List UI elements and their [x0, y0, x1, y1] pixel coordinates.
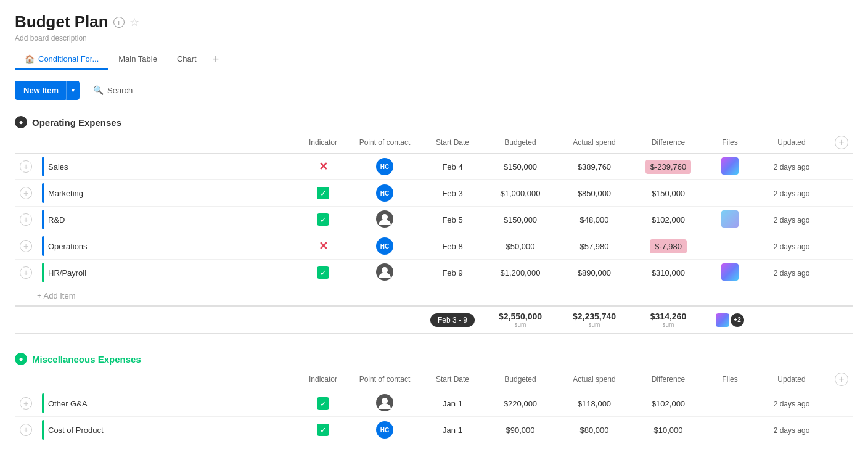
person-icon — [376, 210, 393, 228]
row-budgeted: $90,000 — [483, 417, 557, 443]
row-contact-cell[interactable]: HC — [348, 154, 422, 180]
table-row: + HR/Payroll ✓ Feb 9 $1,200,000 $890,000… — [15, 260, 853, 286]
row-budgeted: $1,200,000 — [483, 260, 557, 286]
x-icon: ✕ — [319, 240, 328, 252]
new-item-button[interactable]: New Item — [15, 81, 67, 100]
file-thumbnail[interactable] — [721, 210, 739, 228]
avatar: HC — [376, 184, 393, 202]
summary-end — [755, 306, 853, 334]
difference-value: $102,000 — [652, 399, 685, 408]
row-start-date: Feb 9 — [422, 260, 483, 286]
summary-file-thumb1[interactable] — [716, 313, 729, 327]
row-bar — [42, 183, 44, 203]
row-contact-cell[interactable] — [348, 207, 422, 233]
row-add-cell: + — [15, 154, 37, 180]
tab-bar: 🏠 Conditional For... Main Table Chart + — [15, 49, 853, 70]
row-updated: 2 days ago — [755, 417, 829, 443]
new-item-dropdown[interactable]: ▾ — [66, 81, 80, 100]
add-item-row[interactable]: + Add Item — [15, 286, 853, 307]
row-files[interactable] — [705, 390, 755, 417]
row-start-date: Feb 5 — [422, 207, 483, 233]
summary-files: +2 — [705, 306, 755, 334]
row-actual-spend: $850,000 — [557, 180, 631, 207]
section-toggle-misc[interactable]: ● — [15, 353, 27, 365]
row-name-cell: Sales — [37, 154, 298, 180]
row-name: R&D — [48, 215, 65, 224]
row-indicator-cell[interactable]: ✓ — [298, 260, 348, 286]
th-difference: Difference — [631, 132, 705, 154]
row-files[interactable] — [705, 233, 755, 260]
add-column-button-misc[interactable]: + — [835, 373, 848, 386]
check-icon: ✓ — [317, 187, 329, 199]
row-start-date: Feb 4 — [422, 154, 483, 180]
row-contact-cell[interactable] — [348, 260, 422, 286]
check-icon: ✓ — [317, 397, 329, 410]
search-button[interactable]: 🔍 Search — [86, 80, 140, 100]
row-budgeted: $50,000 — [483, 233, 557, 260]
row-difference: $-239,760 — [631, 154, 705, 180]
difference-value: $150,000 — [652, 189, 685, 198]
operating-expenses-title: Operating Expenses — [32, 117, 121, 128]
difference-value: $-239,760 — [645, 160, 692, 174]
row-actual-spend: $118,000 — [557, 390, 631, 417]
row-files[interactable] — [705, 417, 755, 443]
table-row: + Marketing ✓ HC Feb 3 $1,000,000 $850,0… — [15, 180, 853, 207]
add-row-icon[interactable]: + — [20, 240, 32, 252]
add-item-cell[interactable]: + Add Item — [15, 286, 853, 307]
row-extra — [829, 417, 853, 443]
tab-add-button[interactable]: + — [207, 49, 226, 70]
row-indicator-cell[interactable]: ✕ — [298, 154, 348, 180]
row-files[interactable] — [705, 207, 755, 233]
row-contact-cell[interactable]: HC — [348, 180, 422, 207]
tab-chart[interactable]: Chart — [167, 49, 207, 70]
difference-value: $-7,980 — [650, 239, 687, 253]
avatar: HC — [376, 421, 393, 439]
th-contact-misc: Point of contact — [348, 369, 422, 390]
tab-main-table[interactable]: Main Table — [108, 49, 167, 70]
add-column-button[interactable]: + — [835, 136, 848, 149]
operating-expenses-header: ● Operating Expenses — [15, 112, 853, 132]
row-indicator-cell[interactable]: ✓ — [298, 390, 348, 417]
row-updated: 2 days ago — [755, 233, 829, 260]
row-files[interactable] — [705, 180, 755, 207]
info-icon[interactable]: i — [113, 17, 125, 28]
th-contact: Point of contact — [348, 132, 422, 154]
row-indicator-cell[interactable]: ✓ — [298, 417, 348, 443]
board-description[interactable]: Add board description — [15, 34, 853, 43]
th-plus-misc: + — [829, 369, 853, 390]
row-indicator-cell[interactable]: ✓ — [298, 207, 348, 233]
th-name-misc — [37, 369, 298, 390]
row-contact-cell[interactable] — [348, 390, 422, 417]
file-thumbnail[interactable] — [721, 263, 739, 281]
row-files[interactable] — [705, 260, 755, 286]
new-item-wrapper: New Item ▾ — [15, 81, 80, 100]
svg-point-3 — [382, 267, 388, 273]
star-icon[interactable]: ☆ — [129, 15, 139, 29]
operating-expenses-table: Indicator Point of contact Start Date Bu… — [15, 132, 853, 334]
check-icon: ✓ — [317, 213, 329, 226]
add-row-icon[interactable]: + — [20, 213, 32, 226]
row-contact-cell[interactable]: HC — [348, 233, 422, 260]
row-updated: 2 days ago — [755, 207, 829, 233]
miscellaneous-expenses-header: ● Miscellaneous Expenses — [15, 349, 853, 369]
add-row-icon[interactable]: + — [20, 266, 32, 279]
section-toggle-operating[interactable]: ● — [15, 116, 27, 128]
row-name-cell: Cost of Product — [37, 417, 298, 443]
add-row-icon[interactable]: + — [20, 424, 32, 436]
row-actual-spend: $80,000 — [557, 417, 631, 443]
row-contact-cell[interactable]: HC — [348, 417, 422, 443]
svg-point-5 — [382, 398, 388, 404]
row-name: Marketing — [48, 189, 83, 198]
row-files[interactable] — [705, 154, 755, 180]
file-thumbnail[interactable] — [721, 157, 739, 175]
add-row-icon[interactable]: + — [20, 397, 32, 410]
add-row-icon[interactable]: + — [20, 187, 32, 199]
tab-conditional[interactable]: 🏠 Conditional For... — [15, 49, 108, 70]
row-name: HR/Payroll — [48, 268, 86, 278]
row-name: Sales — [48, 162, 68, 171]
row-name-cell: Marketing — [37, 180, 298, 207]
row-bar — [42, 236, 44, 256]
row-indicator-cell[interactable]: ✕ — [298, 233, 348, 260]
add-row-icon[interactable]: + — [20, 160, 32, 173]
row-indicator-cell[interactable]: ✓ — [298, 180, 348, 207]
